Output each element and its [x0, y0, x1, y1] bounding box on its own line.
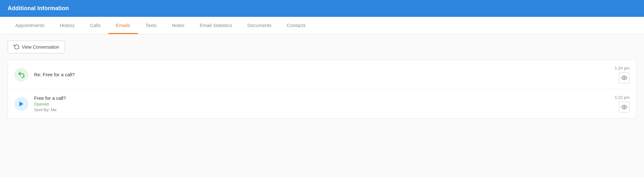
page-title: Additional Information: [8, 5, 69, 12]
tab-notes[interactable]: Notes: [164, 17, 192, 34]
tab-history[interactable]: History: [52, 17, 82, 34]
email-body: Re: Free for a call?: [34, 72, 608, 77]
email-avatar-sent: [14, 97, 28, 111]
email-time: 1:24 pm: [615, 66, 630, 71]
email-subject: Free for a call?: [34, 95, 608, 101]
svg-point-2: [624, 106, 625, 108]
refresh-icon: [14, 44, 19, 51]
email-sent-by: Sent By: Me: [34, 107, 608, 112]
reply-arrow-icon: [18, 71, 25, 78]
view-conversation-label: View Conversation: [22, 44, 59, 50]
app-container: Additional Information Appointments Hist…: [0, 0, 644, 177]
email-item: Free for a call? Opened Sent By: Me 1:22…: [8, 89, 636, 118]
view-email-button[interactable]: [619, 72, 630, 83]
email-body: Free for a call? Opened Sent By: Me: [34, 95, 608, 112]
email-avatar-reply: [14, 68, 28, 82]
email-meta: 1:24 pm: [615, 66, 630, 83]
content-area: View Conversation Re: Free for a call? 1…: [0, 34, 644, 177]
tab-email-statistics[interactable]: Email Statistics: [192, 17, 240, 34]
email-time: 1:22 pm: [615, 95, 630, 100]
tab-calls[interactable]: Calls: [82, 17, 108, 34]
email-subject: Re: Free for a call?: [34, 72, 608, 77]
email-list: Re: Free for a call? 1:24 pm: [8, 60, 636, 119]
eye-icon: [621, 104, 627, 110]
view-email-button[interactable]: [619, 102, 630, 112]
header: Additional Information: [0, 0, 644, 17]
svg-point-0: [624, 77, 625, 79]
email-item: Re: Free for a call? 1:24 pm: [8, 60, 636, 89]
sent-arrow-icon: [18, 101, 25, 107]
tab-documents[interactable]: Documents: [240, 17, 279, 34]
tab-contacts[interactable]: Contacts: [279, 17, 313, 34]
svg-marker-1: [19, 101, 23, 106]
tab-appointments[interactable]: Appointments: [8, 17, 52, 34]
tab-texts[interactable]: Texts: [138, 17, 164, 34]
tabs-bar: Appointments History Calls Emails Texts …: [0, 17, 644, 34]
eye-icon: [621, 75, 627, 81]
email-status: Opened: [34, 102, 608, 106]
view-conversation-button[interactable]: View Conversation: [8, 41, 65, 53]
email-meta: 1:22 pm: [615, 95, 630, 112]
tab-emails[interactable]: Emails: [108, 17, 138, 34]
